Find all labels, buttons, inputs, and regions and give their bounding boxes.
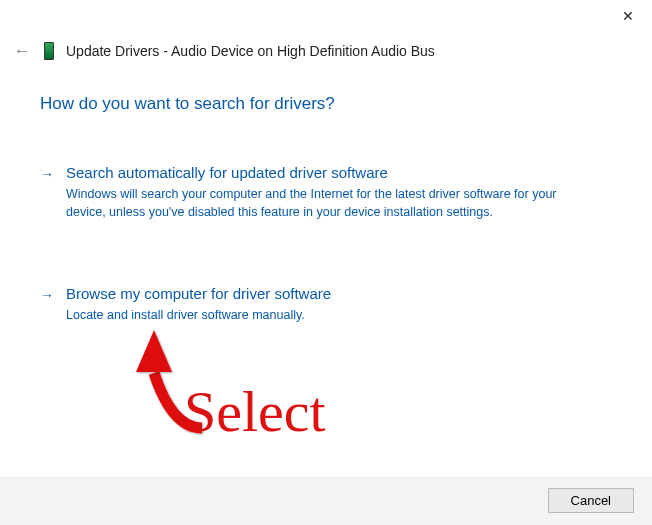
option-browse-computer[interactable]: → Browse my computer for driver software… xyxy=(40,283,598,326)
annotation-arrow-icon xyxy=(112,318,232,458)
page-heading: How do you want to search for drivers? xyxy=(40,94,598,114)
arrow-right-icon: → xyxy=(40,164,54,221)
annotation-overlay: Select xyxy=(112,318,232,462)
footer: Cancel xyxy=(0,477,652,525)
arrow-right-icon: → xyxy=(40,285,54,324)
svg-marker-0 xyxy=(136,330,172,372)
device-icon xyxy=(44,42,54,60)
option-search-automatically[interactable]: → Search automatically for updated drive… xyxy=(40,162,598,223)
content-area: How do you want to search for drivers? →… xyxy=(0,60,652,326)
option-body: Search automatically for updated driver … xyxy=(66,164,576,221)
option-description: Windows will search your computer and th… xyxy=(66,185,576,221)
close-button[interactable]: ✕ xyxy=(612,4,644,28)
option-title: Search automatically for updated driver … xyxy=(66,164,576,181)
option-title: Browse my computer for driver software xyxy=(66,285,331,302)
window-title: Update Drivers - Audio Device on High De… xyxy=(66,43,435,59)
header: ← Update Drivers - Audio Device on High … xyxy=(0,36,652,60)
back-arrow-icon: ← xyxy=(14,42,30,59)
titlebar: ✕ xyxy=(0,0,652,36)
back-button[interactable]: ← xyxy=(12,42,32,60)
option-body: Browse my computer for driver software L… xyxy=(66,285,331,324)
cancel-button[interactable]: Cancel xyxy=(548,488,634,513)
annotation-label: Select xyxy=(184,378,326,445)
option-description: Locate and install driver software manua… xyxy=(66,306,331,324)
close-icon: ✕ xyxy=(622,8,634,24)
